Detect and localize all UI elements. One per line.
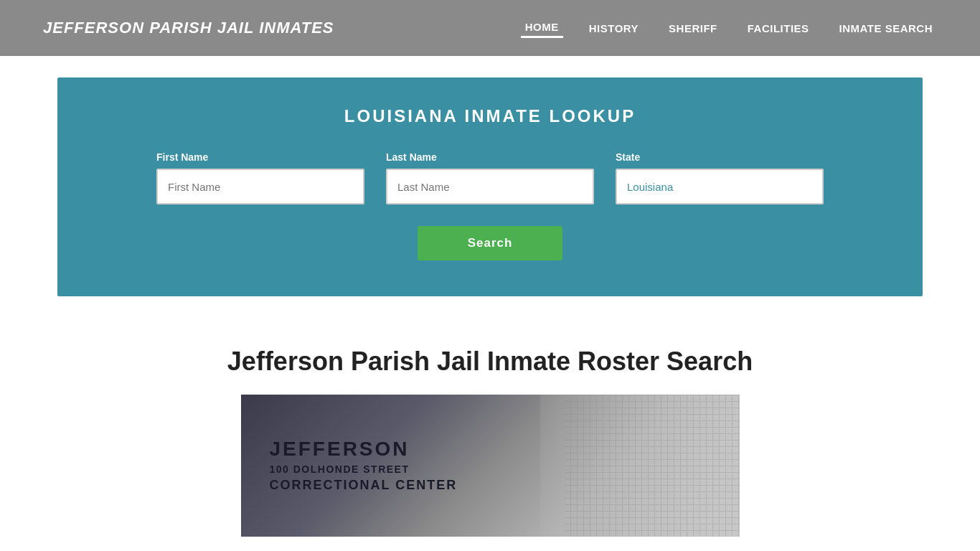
main-content: LOUISIANA INMATE LOOKUP First Name Last … bbox=[0, 77, 980, 537]
first-name-input[interactable] bbox=[156, 169, 364, 204]
lookup-title: LOUISIANA INMATE LOOKUP bbox=[100, 106, 880, 126]
first-name-label: First Name bbox=[156, 151, 364, 163]
search-button[interactable]: Search bbox=[418, 226, 563, 260]
building-name-line1: JEFFERSON bbox=[270, 438, 711, 461]
nav-item-history[interactable]: HISTORY bbox=[585, 19, 643, 37]
last-name-input[interactable] bbox=[386, 169, 594, 204]
nav-item-home[interactable]: HOME bbox=[521, 18, 563, 38]
first-name-group: First Name bbox=[156, 151, 364, 204]
search-fields-row: First Name Last Name State bbox=[100, 151, 880, 204]
nav-item-facilities[interactable]: FACILITIES bbox=[743, 19, 814, 37]
last-name-group: Last Name bbox=[386, 151, 594, 204]
nav-item-sheriff[interactable]: SHERIFF bbox=[664, 19, 722, 37]
roster-title: Jefferson Parish Jail Inmate Roster Sear… bbox=[57, 347, 923, 377]
building-address: 100 DOLHONDE STREET bbox=[270, 463, 711, 475]
state-label: State bbox=[616, 151, 824, 163]
building-image: JEFFERSON 100 DOLHONDE STREET CORRECTION… bbox=[241, 395, 740, 537]
last-name-label: Last Name bbox=[386, 151, 594, 163]
building-name-line2: CORRECTIONAL CENTER bbox=[270, 478, 711, 493]
site-header: Jefferson Parish Jail Inmates HOME HISTO… bbox=[0, 0, 980, 56]
roster-section: Jefferson Parish Jail Inmate Roster Sear… bbox=[0, 318, 980, 537]
building-text-overlay: JEFFERSON 100 DOLHONDE STREET CORRECTION… bbox=[241, 395, 740, 537]
nav-item-inmate-search[interactable]: INMATE SEARCH bbox=[835, 19, 937, 37]
state-input[interactable] bbox=[616, 169, 824, 204]
state-group: State bbox=[616, 151, 824, 204]
building-background: JEFFERSON 100 DOLHONDE STREET CORRECTION… bbox=[241, 395, 740, 537]
inmate-lookup-section: LOUISIANA INMATE LOOKUP First Name Last … bbox=[57, 77, 923, 296]
main-nav: HOME HISTORY SHERIFF FACILITIES INMATE S… bbox=[521, 18, 937, 38]
search-button-row: Search bbox=[100, 226, 880, 260]
site-title: Jefferson Parish Jail Inmates bbox=[43, 19, 334, 37]
